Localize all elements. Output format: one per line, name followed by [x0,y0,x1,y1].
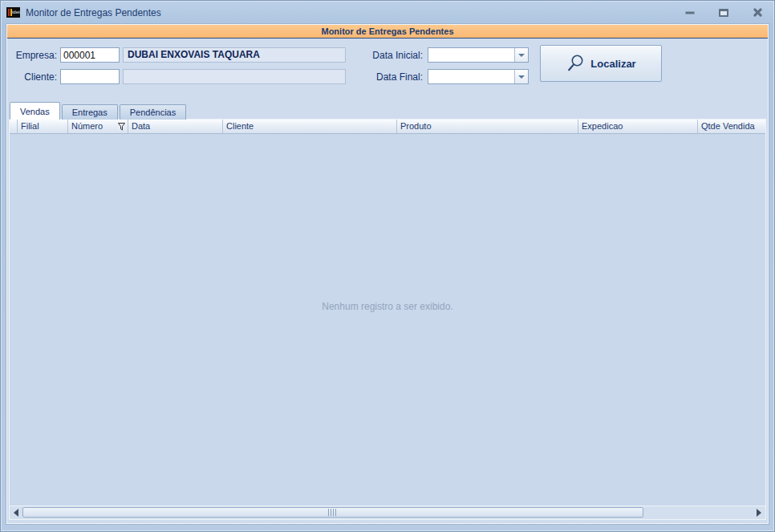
cliente-label: Cliente: [7,71,57,83]
scroll-right-button[interactable] [753,506,765,519]
maximize-button[interactable] [715,6,732,19]
scrollbar-grip-icon [328,509,337,516]
page-title: Monitor de Entregas Pendentes [7,25,768,39]
app-icon-label: ideia [12,10,20,15]
empresa-label: Empresa: [7,50,57,61]
content-area: Monitor de Entregas Pendentes Empresa: D… [6,24,769,524]
grid-indicator-column [10,120,18,133]
column-header-qtde-vendida[interactable]: Qtde Vendida [698,120,765,133]
data-inicial-combo[interactable] [428,47,529,63]
cliente-input[interactable] [60,69,120,84]
app-icon: ideia [6,7,20,18]
maximize-icon [719,9,728,17]
data-final-dropdown-button[interactable] [514,70,528,83]
close-button[interactable] [749,6,766,19]
localizar-label: Localizar [590,58,635,70]
chevron-down-icon [518,75,525,79]
localizar-button[interactable]: Localizar [540,45,662,82]
data-inicial-label: Data Inicial: [328,50,423,61]
chevron-down-icon [518,54,525,57]
data-final-combo[interactable] [428,69,529,84]
filter-form: Empresa: DUBAI ENXOVAIS TAQUARA Cliente:… [7,39,768,98]
tab-entregas[interactable]: Entregas [62,104,118,120]
column-header-data[interactable]: Data [128,120,223,133]
filter-funnel-icon[interactable] [118,123,125,131]
cliente-name-field [123,69,346,84]
tab-strip: Vendas Entregas Pendências [10,102,188,120]
data-inicial-value[interactable] [428,48,514,62]
close-icon [753,7,763,18]
data-inicial-dropdown-button[interactable] [514,48,528,62]
sales-grid: Filial Número Data Cliente Produto Exped… [9,119,766,520]
scrollbar-track[interactable] [22,506,753,519]
data-final-label: Data Final: [328,71,423,83]
grid-body[interactable]: Nenhum registro a ser exibido. [10,134,765,506]
grid-empty-message: Nenhum registro a ser exibido. [10,301,765,312]
magnifier-icon [566,54,585,73]
column-header-filial[interactable]: Filial [18,120,68,133]
horizontal-scrollbar[interactable] [10,506,765,519]
app-window: ideia Monitor de Entregas Pendentes Moni… [0,0,775,532]
minimize-button[interactable] [681,6,699,19]
tab-vendas[interactable]: Vendas [10,102,60,120]
grid-header-row: Filial Número Data Cliente Produto Exped… [10,120,765,134]
column-header-produto[interactable]: Produto [397,120,578,133]
arrow-left-icon [14,509,18,517]
scrollbar-thumb[interactable] [22,507,643,518]
window-controls [681,6,766,19]
app-icon-red-stripe [8,9,10,16]
empresa-name-field: DUBAI ENXOVAIS TAQUARA [123,47,346,63]
tab-pendencias[interactable]: Pendências [120,104,187,120]
window-title: Monitor de Entregas Pendentes [26,7,161,18]
scroll-left-button[interactable] [10,506,22,519]
column-header-numero-label: Número [71,121,103,131]
column-header-numero[interactable]: Número [68,120,128,133]
column-header-expedicao[interactable]: Expedicao [578,120,698,133]
empresa-input[interactable] [60,47,120,63]
title-bar[interactable]: ideia Monitor de Entregas Pendentes [1,1,774,24]
minimize-icon [685,11,695,14]
data-final-value[interactable] [428,70,514,83]
arrow-right-icon [757,509,761,517]
column-header-cliente[interactable]: Cliente [223,120,397,133]
